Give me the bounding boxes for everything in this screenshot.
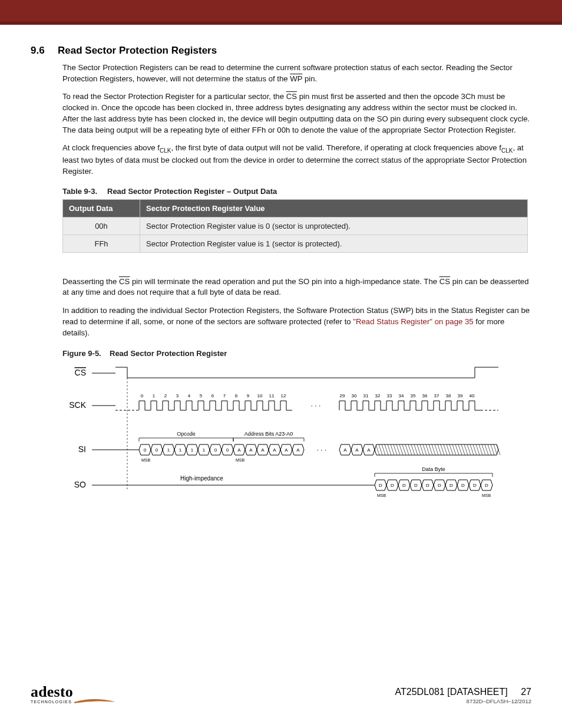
output-data-table: Output Data Sector Protection Register V… (62, 199, 528, 253)
svg-line-69 (411, 444, 415, 455)
svg-text:1: 1 (167, 447, 170, 453)
svg-text:· · ·: · · · (311, 401, 321, 410)
svg-text:0: 0 (156, 447, 158, 453)
logo-subtext: TECHNOLOGIES (31, 700, 72, 704)
svg-text:A: A (367, 447, 371, 453)
text: At clock frequencies above f (62, 143, 160, 152)
svg-text:38: 38 (446, 393, 451, 398)
svg-line-95 (488, 444, 491, 455)
adesto-logo: adesto TECHNOLOGIES (31, 685, 115, 704)
svg-line-61 (388, 444, 391, 455)
svg-text:34: 34 (399, 393, 404, 398)
svg-text:A: A (355, 447, 359, 453)
svg-text:0: 0 (226, 447, 229, 453)
cell-output: FFh (63, 235, 140, 252)
svg-text:9: 9 (247, 393, 250, 398)
timing-diagram: CSSCKSISO0123456789101112· · ·2930313233… (62, 361, 528, 503)
svg-line-58 (379, 444, 382, 455)
svg-text:35: 35 (411, 393, 416, 398)
svg-text:D: D (402, 483, 406, 488)
svg-line-65 (399, 444, 403, 455)
fclk-sub: CLK (501, 147, 513, 154)
svg-text:D: D (391, 483, 394, 488)
svg-text:SI: SI (78, 444, 86, 454)
svg-line-88 (467, 444, 471, 455)
svg-line-97 (494, 444, 497, 455)
paragraph-4: Deasserting the CS pin will terminate th… (31, 276, 531, 298)
svg-line-60 (385, 444, 388, 455)
svg-text:MSB: MSB (377, 493, 386, 498)
svg-line-72 (420, 444, 424, 455)
svg-line-82 (449, 444, 453, 455)
svg-text:D: D (426, 483, 429, 488)
svg-line-79 (441, 444, 444, 455)
svg-line-83 (452, 444, 456, 455)
table-title: Read Sector Protection Register – Output… (107, 187, 277, 196)
svg-text:SCK: SCK (69, 400, 86, 410)
paragraph-5: In addition to reading the individual Se… (31, 305, 531, 338)
svg-line-92 (479, 444, 482, 455)
col-spr-value: Sector Protection Register Value (140, 199, 528, 217)
text: Deasserting the (62, 277, 119, 286)
svg-text:CS: CS (75, 368, 86, 377)
svg-text:SO: SO (74, 480, 86, 489)
doc-code: 8732D–DFLASH–12/2012 (395, 699, 531, 704)
svg-line-89 (470, 444, 474, 455)
page-footer: adesto TECHNOLOGIES AT25DL081 [DATASHEET… (0, 685, 562, 704)
section-number: 9.6 (31, 45, 58, 57)
cell-output: 00h (63, 217, 140, 235)
svg-text:A: A (285, 447, 288, 453)
svg-line-73 (423, 444, 427, 455)
svg-text:32: 32 (375, 393, 381, 398)
svg-line-80 (444, 444, 447, 455)
svg-line-94 (485, 444, 488, 455)
logo-swoosh-icon (74, 699, 115, 704)
svg-text:3: 3 (176, 393, 179, 398)
svg-text:40: 40 (470, 393, 475, 398)
text: pin will terminate the read operation an… (130, 277, 439, 286)
svg-line-71 (417, 444, 421, 455)
svg-text:Opcode: Opcode (177, 431, 196, 437)
page-number: 27 (521, 687, 531, 697)
cs-pin: CS (439, 277, 450, 286)
svg-text:39: 39 (458, 393, 463, 398)
svg-line-86 (461, 444, 465, 455)
svg-text:MSB: MSB (236, 458, 245, 462)
cs-pin: CS (119, 277, 130, 286)
svg-text:A: A (249, 447, 253, 453)
timing-svg: CSSCKSISO0123456789101112· · ·2930313233… (62, 361, 510, 503)
svg-text:MSB: MSB (141, 458, 151, 462)
svg-line-74 (426, 444, 429, 455)
svg-text:0: 0 (214, 447, 217, 453)
svg-line-64 (396, 444, 400, 455)
figure-title: Read Sector Protection Register (110, 349, 227, 358)
svg-text:12: 12 (281, 393, 286, 398)
svg-text:MSB: MSB (482, 493, 491, 498)
svg-text:33: 33 (387, 393, 392, 398)
svg-text:7: 7 (223, 393, 226, 398)
paragraph-1: The Sector Protection Registers can be r… (31, 62, 531, 84)
page-content: 9.6Read Sector Protection Registers The … (0, 25, 562, 503)
svg-text:1: 1 (191, 447, 194, 453)
svg-text:High-impedance: High-impedance (180, 475, 223, 482)
svg-line-68 (408, 444, 412, 455)
svg-text:30: 30 (352, 393, 357, 398)
cell-desc: Sector Protection Register value is 1 (s… (140, 235, 528, 252)
cell-desc: Sector Protection Register value is 0 (s… (140, 217, 528, 235)
paragraph-3: At clock frequencies above fCLK, the fir… (31, 143, 531, 177)
svg-text:6: 6 (211, 393, 214, 398)
svg-line-85 (458, 444, 462, 455)
xref-read-status-register[interactable]: "Read Status Register" on page 35 (353, 317, 473, 326)
svg-text:10: 10 (257, 393, 263, 398)
svg-text:· · ·: · · · (317, 446, 327, 454)
table-number: Table 9-3. (62, 187, 107, 196)
svg-line-62 (391, 444, 394, 455)
svg-text:1: 1 (179, 447, 182, 453)
text: To read the Sector Protection Register f… (62, 92, 286, 101)
svg-text:D: D (461, 483, 465, 488)
svg-line-66 (402, 444, 406, 455)
figure-caption: Figure 9-5.Read Sector Protection Regist… (62, 349, 531, 358)
wp-pin: WP (290, 74, 302, 83)
svg-line-78 (438, 444, 441, 455)
svg-text:0: 0 (141, 393, 144, 398)
